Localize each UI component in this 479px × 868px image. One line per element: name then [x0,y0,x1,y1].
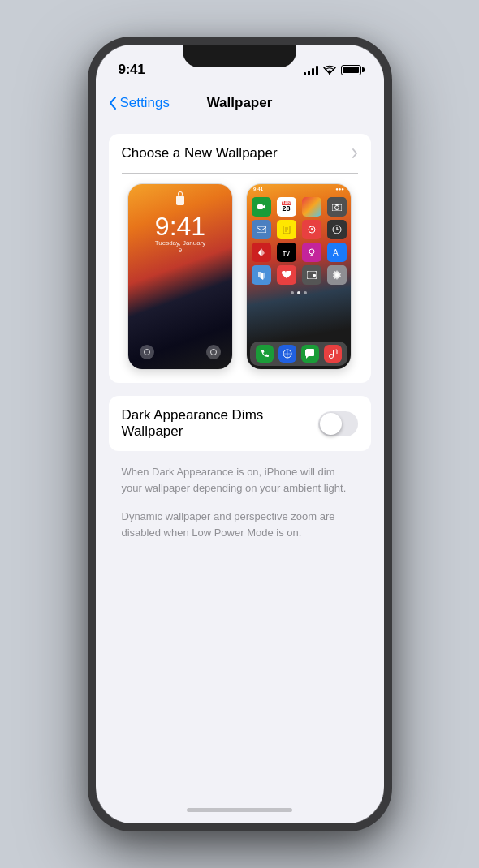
svg-text:TV: TV [283,251,290,256]
home-status-bar: 9:41 ●●● [247,184,351,194]
note-1: When Dark Appearance is on, iPhone will … [96,464,384,509]
app-notes [277,220,296,239]
app-appstore: A [327,243,347,262]
app-podcasts [302,243,321,262]
back-chevron-icon [109,96,117,110]
app-camera [327,197,347,217]
dark-appearance-toggle-row: Dark Appearance Dims Wallpaper [109,396,371,451]
notch [183,45,296,67]
toggle-card: Dark Appearance Dims Wallpaper [109,396,371,451]
svg-rect-5 [335,204,339,205]
svg-rect-1 [257,204,263,209]
screen: 9:41 S [96,45,384,823]
scroll-content[interactable]: Choose a New Wallpaper [96,121,384,796]
app-facetime [252,197,271,217]
lock-time: 9:41 Tuesday, January 9 [154,213,206,254]
app-calendar: JAN 28 [277,197,296,217]
nav-bar: Settings Wallpaper [96,85,384,121]
homescreen-preview[interactable]: 9:41 ●●● JAN 28 [246,183,352,370]
status-time: 9:41 [119,62,145,78]
dock-music [324,345,342,363]
lock-bottom-bar [128,345,232,359]
back-label: Settings [120,95,170,111]
svg-marker-17 [258,248,261,256]
dock-phone [256,345,274,363]
svg-point-34 [330,355,334,359]
dock-messages [301,345,319,363]
svg-rect-28 [313,274,316,277]
app-clock [327,220,347,239]
svg-marker-2 [263,204,265,209]
battery-icon [341,65,361,75]
svg-marker-24 [258,272,261,278]
app-reminders [302,220,321,239]
page-title: Wallpaper [207,95,273,111]
chevron-right-icon [352,148,358,159]
app-photos [302,197,321,217]
app-mail [252,220,271,239]
home-indicator [96,796,384,823]
dock-safari [278,345,296,363]
note-2: Dynamic wallpaper and perspective zoom a… [96,509,384,553]
dark-appearance-label: Dark Appearance Dims Wallpaper [122,407,319,440]
svg-point-4 [334,206,339,210]
mute-button[interactable] [88,150,88,178]
svg-marker-18 [261,248,265,256]
lockscreen-bg: 9:41 Tuesday, January 9 [128,184,232,369]
dark-appearance-toggle[interactable] [318,411,357,436]
app-grid: JAN 28 [247,194,351,288]
svg-point-0 [328,73,330,75]
wallpaper-card: Choose a New Wallpaper [109,134,371,383]
homescreen-bg: 9:41 ●●● JAN 28 [247,184,351,369]
status-icons [304,65,361,75]
wallpaper-previews: 9:41 Tuesday, January 9 [109,174,371,383]
app-health [277,265,296,285]
svg-marker-25 [261,272,263,280]
svg-marker-26 [263,272,265,280]
wifi-icon [323,65,336,75]
home-bar [187,808,292,812]
phone-frame: 9:41 S [88,37,392,831]
dock [250,342,347,366]
status-bar: 9:41 [96,45,384,85]
svg-text:A: A [333,248,339,257]
volume-down-button[interactable] [88,254,88,303]
back-button[interactable]: Settings [109,95,170,111]
app-maps [252,265,271,285]
choose-wallpaper-row[interactable]: Choose a New Wallpaper [109,134,371,173]
svg-point-20 [309,249,314,254]
app-settings [327,265,347,285]
app-news [252,243,271,262]
app-tv: TV [277,243,296,262]
home-dots [247,291,351,294]
signal-icon [304,65,318,75]
volume-up-button[interactable] [88,195,88,243]
svg-line-36 [334,350,338,350]
choose-wallpaper-label: Choose a New Wallpaper [122,145,278,161]
power-button[interactable] [391,207,392,280]
svg-rect-6 [257,226,266,233]
toggle-thumb [320,413,342,435]
lockscreen-preview[interactable]: 9:41 Tuesday, January 9 [127,183,233,370]
app-wallet [302,265,321,285]
